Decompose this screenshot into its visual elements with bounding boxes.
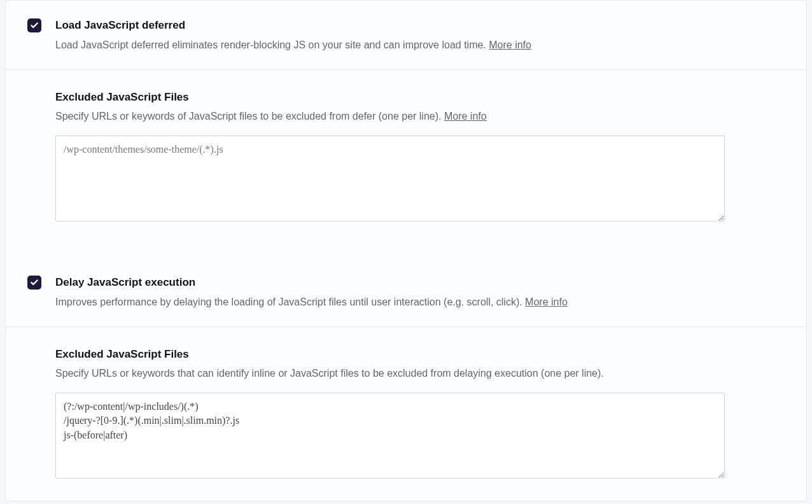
checkbox-delay-execution[interactable] (27, 276, 41, 290)
subsection-description: Specify URLs or keywords that can identi… (55, 366, 785, 381)
section-header-row: Delay JavaScript execution Improves perf… (6, 258, 806, 327)
section-title: Load JavaScript deferred (55, 17, 785, 34)
subsection-description: Specify URLs or keywords of JavaScript f… (55, 109, 785, 124)
more-info-link[interactable]: More info (444, 111, 487, 122)
subsection-excluded-files: Excluded JavaScript Files Specify URLs o… (6, 70, 806, 227)
description-text: Load JavaScript deferred eliminates rend… (55, 39, 489, 50)
subsection-excluded-files: Excluded JavaScript Files Specify URLs o… (6, 327, 806, 484)
checkbox-load-deferred[interactable] (27, 18, 41, 32)
subsection-title: Excluded JavaScript Files (55, 89, 785, 106)
excluded-js-textarea[interactable] (55, 393, 725, 479)
check-icon (30, 21, 39, 30)
check-icon (30, 278, 39, 287)
subsection-description-text: Specify URLs or keywords of JavaScript f… (55, 111, 444, 122)
more-info-link[interactable]: More info (489, 39, 531, 50)
subsection-description-text: Specify URLs or keywords that can identi… (55, 368, 604, 379)
settings-panel: Load JavaScript deferred Load JavaScript… (5, 0, 807, 501)
section-description: Improves performance by delaying the loa… (55, 295, 785, 310)
excluded-js-textarea[interactable] (55, 136, 725, 221)
more-info-link[interactable]: More info (525, 297, 568, 307)
section-header-row: Load JavaScript deferred Load JavaScript… (6, 1, 806, 70)
subsection-title: Excluded JavaScript Files (55, 346, 785, 363)
section-title: Delay JavaScript execution (55, 274, 785, 291)
section-description: Load JavaScript deferred eliminates rend… (55, 38, 785, 53)
section-head: Load JavaScript deferred Load JavaScript… (55, 17, 785, 53)
description-text: Improves performance by delaying the loa… (55, 297, 525, 307)
section-load-deferred: Load JavaScript deferred Load JavaScript… (6, 1, 806, 226)
section-delay-execution: Delay JavaScript execution Improves perf… (6, 258, 806, 483)
section-head: Delay JavaScript execution Improves perf… (55, 274, 785, 310)
